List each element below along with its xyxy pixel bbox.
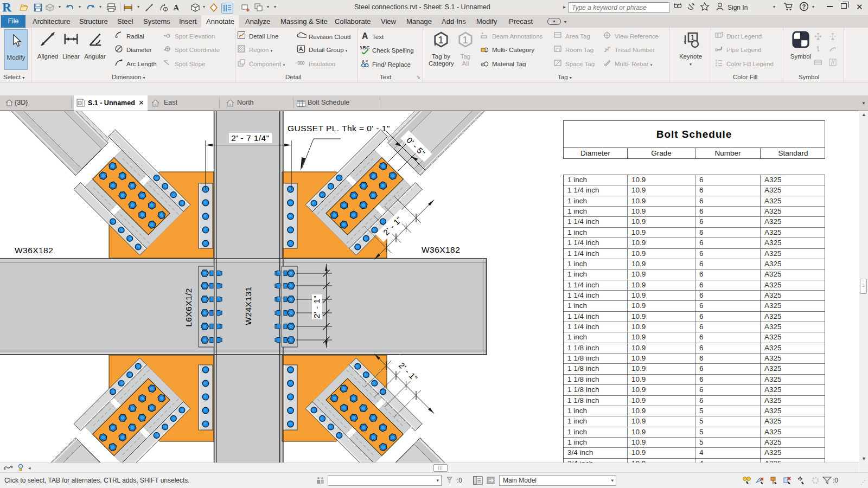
svg-text:1: 1 (485, 49, 487, 52)
svg-text:L6X6X1/2: L6X6X1/2 (184, 288, 193, 327)
svg-text:2' - 1": 2' - 1" (312, 296, 321, 319)
svg-text:?: ? (802, 3, 806, 10)
svg-text:ABC: ABC (360, 45, 370, 50)
svg-text:A: A (362, 31, 368, 40)
svg-text:GUSSET PL. Thk = 0' - 1": GUSSET PL. Thk = 0' - 1" (288, 124, 390, 133)
svg-text:A: A (299, 46, 303, 52)
svg-text:A: A (362, 59, 365, 63)
svg-text:2' - 7 1/4": 2' - 7 1/4" (231, 133, 269, 143)
svg-text:A: A (173, 3, 179, 12)
svg-text:W24X131: W24X131 (244, 286, 253, 325)
svg-text:W36X182: W36X182 (422, 245, 460, 254)
svg-text:1: 1 (438, 34, 444, 46)
svg-text:1: 1 (164, 8, 167, 11)
svg-text:1: 1 (462, 34, 468, 46)
svg-text:W36X182: W36X182 (15, 246, 53, 255)
